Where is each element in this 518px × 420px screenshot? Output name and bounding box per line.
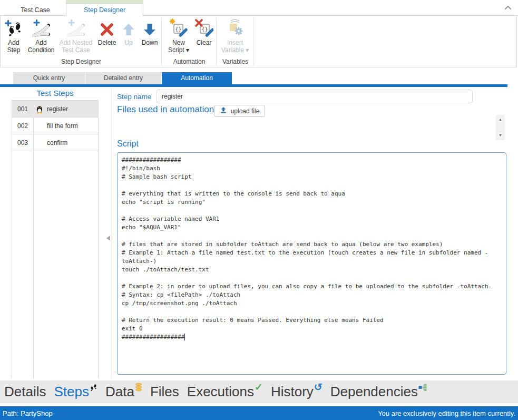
active-tab-underline — [0, 84, 507, 87]
dependency-tree-icon — [418, 379, 427, 395]
test-step-row[interactable]: 002 fill the form — [12, 118, 98, 134]
files-scrollbar[interactable]: ▲ ▼ — [496, 115, 505, 140]
group-label-variables: Variables — [217, 58, 254, 65]
ribbon-collapse-button[interactable] — [503, 4, 513, 11]
step-name-input[interactable] — [157, 90, 473, 103]
insert-variable-button[interactable]: Insert Variable ▾ — [218, 18, 252, 54]
arrow-up-disabled-icon — [122, 18, 135, 38]
script-editor[interactable]: ################# #!/bin/bash # Sample b… — [117, 152, 506, 375]
footprints-add-icon — [5, 18, 23, 38]
script-text: ################# #!/bin/bash # Sample b… — [122, 157, 492, 340]
upload-file-button[interactable]: upload file — [214, 105, 265, 117]
add-step-button[interactable]: Add Step — [3, 18, 25, 54]
ribbon: Add Step Add Condition — [0, 16, 517, 67]
app-window: Test Case Step Designer — [0, 0, 518, 420]
history-icon: ↺ — [314, 381, 322, 393]
delete-button[interactable]: Delete — [95, 18, 119, 46]
test-step-row[interactable]: 003 confirm — [12, 134, 98, 151]
linux-tux-icon — [35, 105, 44, 115]
new-script-icon: {} — [169, 18, 188, 38]
subtab-automation[interactable]: Automation — [162, 72, 232, 84]
condition-switch-add-icon — [32, 18, 50, 38]
bottom-tab-bar: Details Steps Data — [0, 380, 518, 403]
move-down-button[interactable]: Down — [139, 18, 161, 46]
text-cursor — [184, 334, 185, 340]
test-step-row[interactable]: 001 register — [12, 101, 98, 118]
checkmark-icon: ✓ — [255, 381, 263, 393]
subtab-detailed-entry[interactable]: Detailed entry — [85, 72, 161, 84]
tab-history[interactable]: History ↺ — [271, 384, 322, 400]
status-editing-message: You are exclusively editing this item cu… — [378, 409, 515, 417]
script-label: Script — [117, 139, 139, 149]
tab-data[interactable]: Data — [105, 384, 142, 400]
tab-executions[interactable]: Executions ✓ — [187, 384, 263, 400]
delete-x-icon — [99, 18, 115, 38]
footprints-icon — [90, 379, 97, 395]
svg-text:{}: {} — [175, 26, 181, 32]
clear-script-button[interactable]: {} Clear — [193, 18, 214, 46]
scroll-down-arrow[interactable]: ▼ — [496, 132, 505, 139]
arrow-down-icon — [143, 18, 157, 38]
group-label-step-designer: Step Designer — [1, 58, 162, 65]
group-label-automation: Automation — [162, 58, 217, 65]
database-icon — [135, 379, 142, 395]
splitter-collapse-handle[interactable] — [106, 235, 111, 242]
clear-script-icon: {} — [194, 18, 213, 38]
svg-text:{}: {} — [201, 26, 208, 32]
step-name-label: Step name — [117, 93, 151, 101]
tab-details[interactable]: Details — [4, 384, 46, 400]
test-steps-table: 001 register 002 fill the form — [12, 100, 99, 378]
test-steps-title: Test Steps — [12, 89, 99, 97]
tab-step-designer[interactable]: Step Designer — [66, 4, 143, 16]
insert-variable-disabled-icon — [226, 18, 245, 38]
scroll-up-arrow[interactable]: ▲ — [496, 116, 505, 123]
chevron-up-icon — [504, 3, 512, 12]
move-up-button[interactable]: Up — [120, 18, 137, 46]
tab-dependencies[interactable]: Dependencies — [330, 384, 427, 400]
subtab-quick-entry[interactable]: Quick entry — [13, 72, 85, 84]
status-path: Path: PartyShop — [3, 409, 53, 417]
add-condition-button[interactable]: Add Condition — [26, 18, 56, 54]
tab-steps[interactable]: Steps — [54, 384, 97, 400]
status-bar: Path: PartyShop You are exclusively edit… — [0, 406, 518, 420]
upload-icon — [220, 106, 227, 115]
nested-test-case-disabled-icon — [67, 18, 85, 38]
add-nested-test-case-button[interactable]: Add Nested Test Case — [56, 18, 95, 54]
tab-test-case[interactable]: Test Case — [15, 4, 56, 16]
files-used-label: Files used in automation — [117, 104, 214, 115]
new-script-button[interactable]: {} New Script ▾ — [164, 18, 193, 54]
tab-files[interactable]: Files — [150, 384, 179, 400]
panel-splitter — [111, 87, 112, 378]
